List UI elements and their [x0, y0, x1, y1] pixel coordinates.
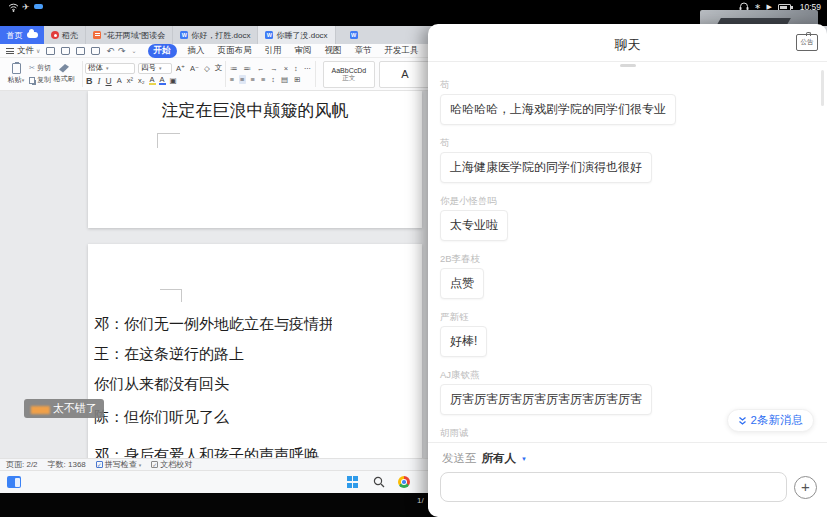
- widgets-icon[interactable]: [7, 476, 21, 488]
- paste-button[interactable]: 粘贴▾: [3, 60, 29, 89]
- underline-button[interactable]: U: [105, 76, 113, 86]
- decrease-font-icon[interactable]: A⁻: [189, 64, 200, 73]
- cut-label: 剪切: [37, 63, 51, 73]
- undo-icon[interactable]: ↶: [106, 46, 114, 56]
- align-left-icon[interactable]: ≡: [228, 75, 235, 84]
- print-icon[interactable]: [76, 47, 85, 55]
- file-menu[interactable]: 文件: [17, 45, 34, 57]
- airplane-mode-icon: ✈: [22, 2, 30, 12]
- subscript-button[interactable]: x₂: [137, 76, 146, 85]
- format-painter-label: 格式刷: [54, 74, 75, 84]
- chat-message-bubble: 好棒!: [440, 326, 487, 357]
- ribbon-tab-references[interactable]: 引用: [259, 44, 288, 58]
- cut-button[interactable]: ✂ 剪切: [29, 63, 51, 73]
- preview-icon[interactable]: [91, 47, 100, 55]
- shading-icon[interactable]: ▤: [280, 75, 290, 84]
- word-file-icon: W: [265, 31, 273, 39]
- new-messages-button[interactable]: 2条新消息: [727, 409, 814, 432]
- toolbar-options-icon[interactable]: ⌄: [132, 47, 137, 54]
- word-file-icon[interactable]: W: [350, 31, 358, 39]
- tab-home-label: 首页: [7, 30, 23, 41]
- document-line[interactable]: 王：在这条逆行的路上: [94, 345, 332, 364]
- clear-marks-icon[interactable]: ×: [282, 64, 289, 73]
- ribbon-tab-view[interactable]: 视图: [319, 44, 348, 58]
- spell-check-toggle[interactable]: ✓ 拼写检查 ▾: [96, 459, 142, 470]
- proofread-label: 文档校对: [160, 459, 192, 470]
- align-right-icon[interactable]: ≡: [249, 75, 256, 84]
- word-file-icon: W: [180, 31, 188, 39]
- sort-icon[interactable]: ↕: [293, 64, 300, 73]
- tab-document-3[interactable]: W 你睡了没.docx: [258, 26, 335, 44]
- tab-document-2[interactable]: W 你好，打胜.docx: [173, 26, 258, 44]
- search-icon[interactable]: [373, 476, 385, 488]
- ribbon-tab-developer[interactable]: 开发工具: [379, 44, 425, 58]
- export-icon[interactable]: [61, 47, 70, 55]
- font-color-button[interactable]: A: [159, 76, 166, 85]
- more-paragraph-icon[interactable]: ⋯: [302, 64, 313, 73]
- chat-header: 聊天 公告: [428, 24, 827, 62]
- decrease-indent-icon[interactable]: ←: [255, 64, 266, 73]
- ribbon-tab-page-layout[interactable]: 页面布局: [212, 44, 258, 58]
- format-painter-button[interactable]: 格式刷: [51, 60, 77, 89]
- hamburger-menu-icon[interactable]: [6, 48, 14, 54]
- font-name-select[interactable]: 楷体▾: [85, 63, 135, 74]
- phonetic-guide-icon[interactable]: 文: [214, 63, 224, 73]
- tab-home[interactable]: 首页: [0, 26, 44, 44]
- borders-icon[interactable]: ⊞: [293, 75, 302, 84]
- send-to-selector[interactable]: 所有人: [482, 451, 517, 466]
- line-spacing-icon[interactable]: ↕: [270, 75, 277, 84]
- ribbon-tab-insert[interactable]: 插入: [182, 44, 211, 58]
- chat-input[interactable]: [440, 472, 787, 502]
- start-button[interactable]: [347, 476, 359, 488]
- document-line[interactable]: 邓：身后有爱人和孩子的声声呼唤: [94, 446, 332, 458]
- text-boundary-mark: [160, 289, 182, 302]
- style-sample: AaBbCcDd: [332, 67, 367, 75]
- tab-docer[interactable]: 稻壳: [44, 26, 86, 44]
- font-size-select[interactable]: 四号▾: [138, 63, 172, 74]
- align-center-icon[interactable]: ≡: [239, 75, 246, 84]
- chrome-icon[interactable]: [398, 476, 410, 488]
- paste-icon: [12, 63, 21, 74]
- save-icon[interactable]: [46, 47, 55, 55]
- chat-message-bubble: 厉害厉害厉害厉害厉害厉害厉害厉害: [440, 384, 652, 415]
- scrollbar-thumb[interactable]: [821, 70, 824, 106]
- ribbon-tab-review[interactable]: 审阅: [289, 44, 318, 58]
- proofread-button[interactable]: ✓ 文档校对: [151, 459, 192, 470]
- document-page-1[interactable]: 注定在巨浪中颠簸的风帆: [88, 91, 422, 228]
- superscript-button[interactable]: x²: [126, 76, 134, 85]
- chevron-down-icon[interactable]: ▼: [521, 456, 527, 462]
- document-line[interactable]: 邓：你们无一例外地屹立在与疫情拼: [94, 315, 332, 334]
- document-line[interactable]: 陈：但你们听见了么: [94, 408, 332, 427]
- bullet-list-icon[interactable]: ≔: [228, 64, 239, 73]
- align-justify-icon[interactable]: ≡: [259, 75, 266, 84]
- tab-docer-label: 稻壳: [62, 30, 78, 41]
- highlight-color-button[interactable]: A: [149, 76, 156, 85]
- copy-button[interactable]: 复制: [29, 75, 51, 85]
- increase-indent-icon[interactable]: →: [269, 64, 280, 73]
- tab-document-1[interactable]: “花开两域”图读会: [86, 26, 173, 44]
- chat-message: 严新钰 好棒!: [440, 311, 815, 357]
- document-title-line[interactable]: 注定在巨浪中颠簸的风帆: [88, 99, 422, 122]
- checkbox-icon: ✓: [96, 461, 103, 468]
- ribbon-tab-home[interactable]: 开始: [148, 44, 177, 58]
- document-line[interactable]: 你们从来都没有回头: [94, 375, 332, 394]
- chat-message: 苟 哈哈哈哈，上海戏剧学院的同学们很专业: [440, 79, 815, 125]
- announcement-button[interactable]: 公告: [796, 34, 818, 51]
- style-normal[interactable]: AaBbCcDd 正文: [323, 61, 375, 88]
- character-border-icon[interactable]: ▣: [169, 76, 178, 85]
- redo-icon[interactable]: ↷: [118, 46, 126, 56]
- style-heading[interactable]: A: [379, 61, 431, 88]
- italic-button[interactable]: I: [97, 76, 102, 86]
- chat-message-sender: 苟: [440, 79, 815, 90]
- chat-title: 聊天: [428, 36, 827, 54]
- chat-message-list[interactable]: 苟 哈哈哈哈，上海戏剧学院的同学们很专业 苟 上海健康医学院的同学们演得也很好 …: [428, 62, 827, 442]
- chat-message: 2B李春枝 点赞: [440, 253, 815, 299]
- ribbon-tab-section[interactable]: 章节: [349, 44, 378, 58]
- app-indicator-icon: [34, 4, 43, 9]
- strikethrough-button[interactable]: A: [116, 76, 123, 85]
- increase-font-icon[interactable]: A⁺: [175, 64, 186, 73]
- clear-format-icon[interactable]: ◇: [203, 64, 211, 73]
- numbered-list-icon[interactable]: ≕: [242, 64, 253, 73]
- add-attachment-button[interactable]: +: [794, 476, 817, 499]
- bold-button[interactable]: B: [85, 76, 94, 86]
